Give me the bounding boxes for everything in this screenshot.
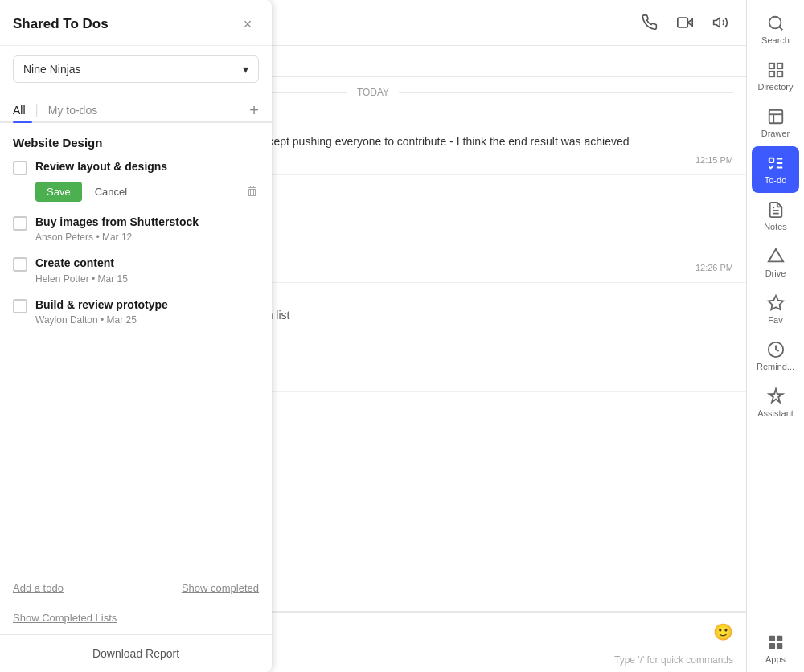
voice-call-button[interactable] — [637, 10, 662, 35]
svg-rect-2 — [777, 64, 781, 68]
nav-drawer[interactable]: Drawer — [747, 100, 804, 146]
svg-marker-9 — [768, 249, 782, 262]
svg-rect-12 — [769, 636, 774, 641]
svg-rect-18 — [678, 18, 688, 27]
svg-rect-14 — [769, 643, 774, 649]
audio-button[interactable] — [708, 10, 733, 35]
svg-point-0 — [769, 17, 781, 29]
nav-assistant[interactable]: Assistant — [747, 379, 804, 426]
todo-meta-2: Anson Peters • Mar 12 — [35, 232, 259, 243]
todo-checkbox-3[interactable] — [13, 257, 27, 272]
svg-rect-3 — [769, 72, 773, 76]
nav-notes[interactable]: Notes — [747, 193, 804, 240]
todo-title-1: Review layout & designs — [35, 159, 259, 175]
todo-cancel-button[interactable]: Cancel — [88, 182, 133, 202]
todo-item-2: Buy images from Shutterstock Anson Peter… — [13, 215, 259, 244]
todo-edit-actions: Save Cancel 🗑 — [35, 182, 259, 202]
panel-bottom-links: Add a todo Show completed — [0, 572, 272, 604]
panel-tab-add-button[interactable]: + — [249, 101, 259, 120]
emoji-button[interactable]: 🙂 — [713, 622, 733, 641]
svg-rect-5 — [769, 110, 782, 124]
show-completed-link[interactable]: Show completed — [182, 582, 259, 594]
todo-section-title: Website Design — [13, 136, 259, 150]
panel-tabs: All | My to-dos + — [0, 92, 272, 123]
app-container: Search Directory Drawer To-do Notes Driv… — [0, 0, 804, 672]
nav-drive[interactable]: Drive — [747, 240, 804, 286]
svg-marker-17 — [687, 19, 692, 26]
panel-tab-my-todos[interactable]: My to-dos — [48, 99, 97, 121]
todo-delete-button[interactable]: 🗑 — [246, 184, 259, 199]
todo-item-1: Review layout & designs Save Cancel 🗑 — [13, 159, 259, 202]
svg-rect-4 — [777, 72, 781, 76]
right-nav: Search Directory Drawer To-do Notes Driv… — [746, 0, 804, 672]
video-call-button[interactable] — [672, 10, 698, 35]
panel-title: Shared To Dos — [13, 16, 109, 32]
panel-header: Shared To Dos × — [0, 0, 272, 46]
todo-meta-3: Helen Potter • Mar 15 — [35, 273, 259, 285]
nav-todo[interactable]: To-do — [752, 146, 799, 193]
todo-save-button[interactable]: Save — [35, 182, 82, 202]
todo-title-4: Build & review prototype — [35, 297, 259, 313]
nav-directory[interactable]: Directory — [747, 53, 804, 100]
header-actions — [637, 10, 733, 35]
todo-checkbox-2[interactable] — [13, 216, 27, 231]
add-todo-link[interactable]: Add a todo — [13, 582, 64, 594]
svg-rect-15 — [776, 643, 781, 649]
svg-rect-13 — [776, 636, 781, 641]
tab-underline — [13, 121, 32, 123]
todo-item-4: Build & review prototype Waylon Dalton •… — [13, 297, 259, 326]
todo-title-3: Create content — [35, 256, 259, 272]
todo-meta-4: Waylon Dalton • Mar 25 — [35, 314, 259, 326]
show-completed-lists-link[interactable]: Show Completed Lists — [13, 612, 117, 624]
nav-fav[interactable]: Fav — [747, 286, 804, 333]
todo-list: Website Design Review layout & designs S… — [0, 123, 272, 572]
todo-title-2: Buy images from Shutterstock — [35, 215, 259, 231]
nav-apps[interactable]: Apps — [747, 625, 804, 672]
todo-checkbox-4[interactable] — [13, 299, 27, 313]
todo-item-3: Create content Helen Potter • Mar 15 — [13, 256, 259, 285]
svg-marker-10 — [768, 296, 782, 309]
dropdown-chevron-icon: ▾ — [243, 63, 248, 76]
nav-reminders[interactable]: Remind... — [747, 333, 804, 379]
left-panel: Shared To Dos × Nine Ninjas ▾ All | My t… — [0, 0, 272, 672]
nav-search[interactable]: Search — [747, 6, 804, 53]
download-btn[interactable]: Download Report — [0, 634, 272, 672]
dropdown-container: Nine Ninjas ▾ — [0, 46, 272, 92]
show-completed-section: Show Completed Lists — [0, 604, 272, 634]
svg-marker-19 — [714, 18, 720, 27]
svg-rect-1 — [769, 64, 773, 68]
todo-checkbox-1[interactable] — [13, 161, 27, 175]
group-dropdown[interactable]: Nine Ninjas ▾ — [13, 55, 259, 83]
panel-close-button[interactable]: × — [236, 13, 259, 35]
svg-rect-6 — [769, 158, 773, 163]
panel-tab-all[interactable]: All — [13, 99, 26, 121]
